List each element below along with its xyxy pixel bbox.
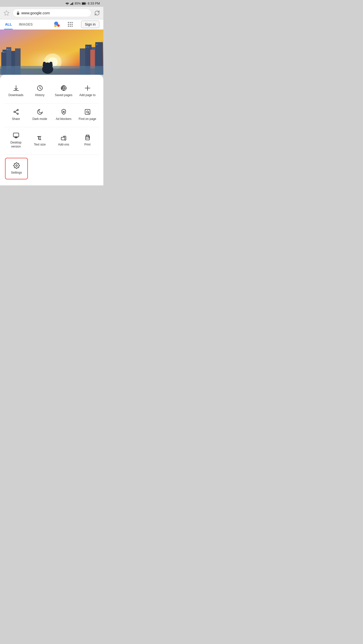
svg-rect-4 [72, 2, 73, 5]
menu-row-2: Share Dark mode Ad blockers [4, 105, 99, 125]
svg-line-61 [15, 112, 17, 113]
wifi-icon [65, 2, 69, 5]
find-on-page-label: Find on page [79, 117, 96, 121]
svg-rect-42 [96, 44, 97, 45]
dark-mode-icon [37, 109, 43, 115]
svg-rect-18 [72, 24, 73, 25]
svg-rect-17 [70, 24, 71, 25]
svg-rect-16 [68, 24, 69, 25]
signal-icon [70, 2, 74, 5]
svg-rect-68 [15, 137, 17, 137]
signin-button[interactable]: Sign in [81, 21, 99, 28]
svg-line-66 [88, 112, 89, 113]
ad-blockers-icon [60, 109, 67, 115]
svg-rect-19 [68, 26, 69, 27]
saved-pages-icon [60, 85, 67, 91]
settings-icon [13, 162, 20, 169]
menu-item-desktop-version[interactable]: Desktopversion [4, 128, 28, 153]
divider-3 [4, 155, 99, 155]
tab-all[interactable]: ALL [4, 19, 13, 29]
svg-rect-6 [86, 3, 86, 4]
share-label: Share [12, 117, 20, 121]
menu-item-add-page-to[interactable]: Add page to [76, 81, 99, 101]
tab-images[interactable]: IMAGES [18, 19, 34, 29]
menu-item-print[interactable]: Print [76, 128, 99, 153]
doodle-image [0, 30, 103, 75]
svg-rect-31 [3, 52, 4, 52]
svg-rect-13 [68, 22, 69, 23]
saved-pages-label: Saved pages [55, 93, 72, 97]
menu-item-add-ons[interactable]: Add-ons [52, 128, 76, 153]
svg-rect-1 [70, 4, 71, 5]
svg-rect-32 [5, 52, 6, 52]
find-on-page-icon [84, 109, 91, 115]
url-text: www.google.com [21, 11, 50, 15]
clock: 6:33 PM [88, 2, 100, 5]
menu-item-dark-mode[interactable]: Dark mode [28, 105, 52, 125]
desktop-icon [13, 132, 19, 139]
menu-item-find-on-page[interactable]: Find on page [76, 105, 99, 125]
svg-rect-41 [88, 47, 89, 47]
svg-point-49 [43, 62, 46, 65]
print-icon [84, 134, 91, 141]
menu-item-history[interactable]: History [28, 81, 52, 101]
svg-line-60 [15, 110, 17, 111]
menu-row-1: Downloads History Saved p [4, 81, 99, 101]
add-page-icon [84, 85, 91, 91]
add-ons-label: Add-ons [58, 143, 69, 147]
svg-rect-14 [70, 22, 71, 23]
desktop-version-label: Desktopversion [10, 141, 21, 149]
status-icons: 85% [65, 2, 86, 5]
lock-icon [16, 11, 20, 15]
battery-icon [82, 2, 86, 5]
ad-blockers-label: Ad blockers [56, 117, 71, 121]
svg-point-77 [89, 137, 89, 137]
svg-rect-76 [86, 135, 89, 136]
divider-2 [4, 127, 99, 127]
tab-bar: ALL IMAGES Sign in [0, 19, 103, 30]
svg-rect-20 [70, 26, 71, 27]
svg-rect-40 [86, 47, 87, 47]
divider-1 [4, 103, 99, 104]
text-size-icon: T [37, 134, 43, 141]
menu-item-text-size[interactable]: T Text size [28, 128, 52, 153]
reload-icon[interactable] [94, 10, 100, 16]
svg-rect-9 [17, 13, 19, 15]
menu-item-downloads[interactable]: Downloads [4, 81, 28, 101]
bookmark-star-icon[interactable] [4, 10, 10, 16]
svg-point-11 [57, 24, 60, 27]
svg-rect-21 [72, 26, 73, 27]
browser-chrome: www.google.com [0, 7, 103, 19]
svg-rect-7 [82, 3, 85, 4]
print-label: Print [84, 143, 91, 147]
add-ons-icon [60, 134, 67, 141]
svg-rect-34 [9, 49, 10, 50]
history-icon [37, 85, 43, 91]
history-label: History [35, 93, 44, 97]
bottom-sheet: Downloads History Saved p [0, 75, 103, 185]
svg-rect-74 [61, 137, 65, 140]
settings-row: Settings [4, 156, 99, 181]
menu-item-saved-pages[interactable]: Saved pages [52, 81, 76, 101]
menu-item-share[interactable]: Share [4, 105, 28, 125]
status-bar: 85% 6:33 PM [0, 0, 103, 7]
url-bar[interactable]: www.google.com [13, 9, 91, 17]
add-page-to-label: Add page to [79, 93, 96, 97]
menu-row-3: Desktopversion T Text size [4, 128, 99, 153]
svg-point-78 [16, 165, 17, 167]
svg-rect-75 [86, 138, 89, 140]
city-doodle-svg [0, 30, 103, 75]
menu-item-settings[interactable]: Settings [5, 158, 28, 179]
svg-rect-15 [72, 22, 73, 23]
svg-point-50 [49, 62, 52, 65]
text-size-label: Text size [34, 143, 46, 147]
menu-item-ad-blockers[interactable]: Ad blockers [52, 105, 76, 125]
downloads-label: Downloads [9, 93, 23, 97]
google-logo [53, 21, 60, 28]
battery-level: 85% [75, 2, 81, 5]
svg-marker-8 [4, 11, 9, 15]
grid-icon[interactable] [67, 22, 73, 27]
svg-point-0 [67, 5, 67, 5]
dark-mode-label: Dark mode [32, 117, 47, 121]
svg-rect-33 [7, 49, 8, 50]
